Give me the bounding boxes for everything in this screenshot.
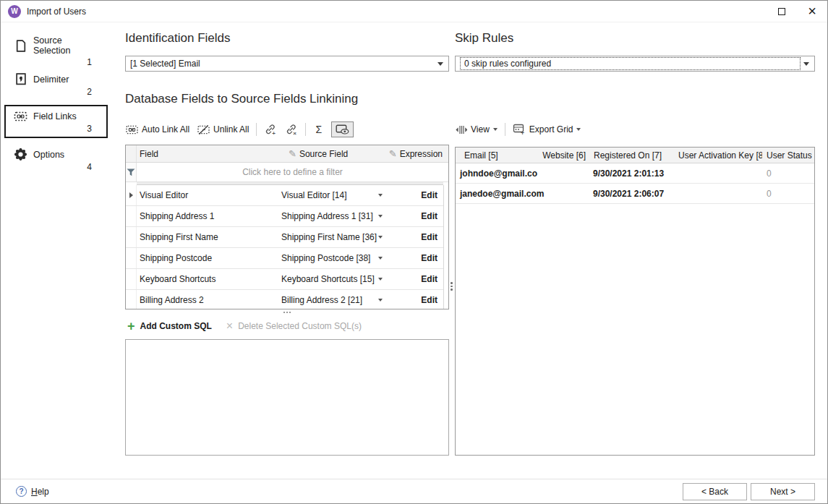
edit-expression-link[interactable]: Edit [387, 269, 443, 289]
view-menu-button[interactable]: View [455, 123, 498, 136]
toolbar-separator [256, 123, 257, 136]
identification-fields-heading: Identification Fields [125, 30, 449, 46]
column-header-field[interactable]: Field [137, 145, 280, 162]
field-links-grid: Field ✎ Source Field ✎ Expression [125, 145, 449, 309]
source-field-value: Visual Editor [14] [281, 190, 377, 200]
auto-link-all-button[interactable]: Auto Link All [125, 123, 190, 137]
wizard-steps-sidebar: Source Selection 1 Delimiter 2 [1, 22, 122, 479]
delete-custom-sql-button[interactable]: × Delete Selected Custom SQL(s) [226, 321, 362, 331]
column-header-expression[interactable]: ✎ Expression [387, 145, 448, 162]
sidebar-item-delimiter[interactable]: Delimiter 2 [4, 67, 108, 101]
edit-expression-link[interactable]: Edit [387, 206, 443, 226]
add-custom-sql-label: Add Custom SQL [140, 321, 212, 331]
help-button[interactable]: ? Help [16, 486, 49, 497]
grid-header-row: Field ✎ Source Field ✎ Expression [126, 145, 448, 163]
remove-link-button[interactable]: × [284, 122, 299, 137]
scrollbar-track[interactable] [443, 185, 448, 309]
chevron-down-icon [378, 236, 383, 239]
maximize-button[interactable] [767, 1, 797, 22]
source-field-dropdown[interactable]: Shipping Address 1 [31] [280, 206, 387, 226]
edit-expression-link[interactable]: Edit [387, 248, 443, 268]
edit-expression-link[interactable]: Edit [387, 290, 443, 309]
source-field-value: Shipping First Name [36] [281, 232, 377, 242]
column-header-label: Source Field [299, 149, 348, 159]
user-status-cell: 0 [762, 168, 814, 179]
registered-on-cell: 9/30/2021 2:01:13 [590, 168, 678, 179]
source-field-value: Keyboard Shortcuts [15] [281, 274, 377, 284]
column-header-source-field[interactable]: ✎ Source Field [280, 145, 387, 162]
chevron-down-icon [576, 128, 581, 131]
back-button[interactable]: < Back [683, 483, 747, 500]
table-row[interactable]: Shipping Address 1 Shipping Address 1 [3… [126, 206, 443, 227]
chevron-down-icon [493, 128, 498, 131]
chevron-down-icon [378, 215, 383, 218]
pencil-icon: ✎ [389, 148, 397, 159]
chevron-down-icon [378, 299, 383, 302]
view-menu-label: View [471, 124, 490, 134]
view-columns-icon [456, 125, 467, 134]
table-row[interactable]: Keyboard Shortcuts Keyboard Shortcuts [1… [126, 269, 443, 290]
document-icon [14, 40, 27, 52]
table-row[interactable]: janedoe@gmail.com 9/30/2021 2:06:07 0 [456, 184, 814, 204]
chevron-down-icon [378, 194, 383, 197]
custom-sql-textarea[interactable] [125, 339, 449, 456]
edit-expression-link[interactable]: Edit [387, 227, 443, 247]
link-remove-icon: × [285, 124, 298, 135]
source-field-dropdown[interactable]: Visual Editor [14] [280, 185, 387, 205]
next-button[interactable]: Next > [751, 483, 815, 500]
edit-expression-link[interactable]: Edit [387, 185, 443, 205]
summary-button[interactable]: Σ [312, 122, 325, 137]
add-link-button[interactable]: + [263, 122, 278, 137]
export-grid-menu-button[interactable]: + Export Grid [512, 122, 582, 137]
column-header-label: Field [140, 149, 158, 159]
add-custom-sql-button[interactable]: + Add Custom SQL [127, 321, 212, 331]
source-field-dropdown[interactable]: Shipping First Name [36] [280, 227, 387, 247]
panel-splitter[interactable] [449, 120, 455, 456]
row-indicator-cell [126, 269, 137, 289]
link-plus-icon: + [264, 124, 277, 135]
table-row[interactable]: Billing Address 2 Billing Address 2 [21]… [126, 290, 443, 309]
step-number: 2 [14, 87, 92, 97]
table-row[interactable]: Visual Editor Visual Editor [14] Edit [126, 185, 443, 206]
import-wizard-window: W Import of Users × Source Selection 1 [0, 0, 828, 504]
sidebar-item-source-selection[interactable]: Source Selection 1 [4, 30, 108, 63]
column-header-email[interactable]: Email [5] [456, 150, 542, 161]
source-field-dropdown[interactable]: Billing Address 2 [21] [280, 290, 387, 309]
row-indicator-cell [126, 206, 137, 226]
source-field-value: Shipping Postcode [38] [281, 253, 377, 263]
close-button[interactable]: × [797, 1, 827, 22]
skip-rules-dropdown[interactable]: 0 skip rules configured [455, 56, 815, 72]
unlink-all-button[interactable]: Unlink All [197, 123, 249, 137]
funnel-icon [127, 168, 135, 176]
footer-bar: ? Help < Back Next > [1, 479, 827, 503]
source-field-dropdown[interactable]: Keyboard Shortcuts [15] [280, 269, 387, 289]
step-label: Options [33, 150, 64, 160]
column-header-registered-on[interactable]: Registered On [7] [590, 150, 678, 161]
titlebar[interactable]: W Import of Users × [1, 1, 827, 22]
sidebar-item-options[interactable]: Options 4 [4, 142, 108, 176]
grid-resize-gripper[interactable] [125, 309, 449, 315]
table-row[interactable]: johndoe@gmail.co 9/30/2021 2:01:13 0 [456, 163, 814, 184]
table-row[interactable]: Shipping Postcode Shipping Postcode [38]… [126, 248, 443, 269]
help-icon: ? [16, 486, 27, 497]
plus-icon: + [127, 321, 135, 331]
source-field-dropdown[interactable]: Shipping Postcode [38] [280, 248, 387, 268]
column-header-activation-key[interactable]: User Activation Key [8] [678, 150, 762, 161]
step-label: Field Links [33, 111, 77, 121]
table-row[interactable]: Shipping First Name Shipping First Name … [126, 227, 443, 248]
filter-input[interactable]: Click here to define a filter [137, 163, 448, 181]
row-indicator-cell [126, 248, 137, 268]
svg-text:+: + [273, 130, 276, 136]
gear-icon [14, 148, 27, 161]
identification-fields-dropdown[interactable]: [1 Selected] Email [125, 56, 449, 72]
source-field-value: Shipping Address 1 [31] [281, 211, 377, 221]
linking-toolbar: Auto Link All Unlink All [125, 120, 449, 139]
grid-filter-row: Click here to define a filter [126, 163, 448, 182]
custom-sql-actions: + Add Custom SQL × Delete Selected Custo… [125, 317, 449, 336]
column-header-website[interactable]: Website [6] [542, 150, 590, 161]
preview-toggle-button[interactable] [331, 121, 354, 137]
sidebar-item-field-links[interactable]: Field Links 3 [4, 105, 108, 138]
chevron-down-icon [803, 62, 809, 66]
filter-icon-cell [126, 163, 137, 181]
column-header-user-status[interactable]: User Status [9] [762, 150, 814, 161]
